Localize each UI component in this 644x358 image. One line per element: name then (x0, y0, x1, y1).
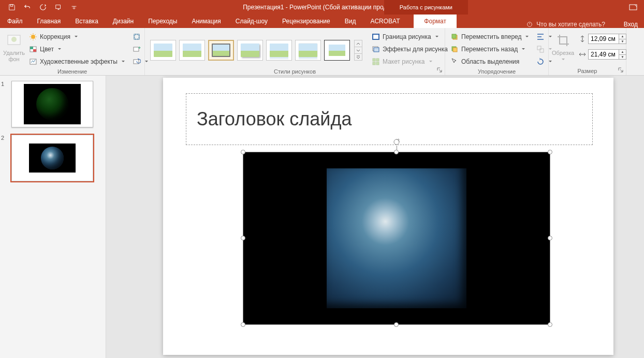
picture-effects-button[interactable]: Эффекты для рисунка (370, 44, 458, 55)
redo-button[interactable] (35, 0, 51, 15)
tab-home[interactable]: Главная (30, 15, 68, 28)
selection-pane-button[interactable]: Область выделения (448, 56, 531, 67)
gallery-scroll-down[interactable] (355, 47, 362, 54)
caret-icon (525, 33, 529, 40)
style-item-4[interactable] (237, 40, 263, 61)
remove-background-button[interactable]: Удалить фон (3, 30, 25, 67)
svg-rect-16 (374, 48, 379, 52)
tab-review[interactable]: Рецензирование (275, 15, 338, 28)
picture-border-button[interactable]: Граница рисунка (370, 31, 458, 42)
picture-styles-gallery[interactable] (148, 30, 364, 67)
group-arrange: Переместить вперед Переместить назад Обл… (445, 28, 549, 75)
resize-handle-tr[interactable] (548, 150, 552, 154)
bring-forward-button[interactable]: Переместить вперед (448, 31, 531, 42)
resize-handle-br[interactable] (548, 322, 552, 327)
resize-handle-bl[interactable] (241, 322, 245, 327)
slide-thumb-2[interactable]: 2 (6, 135, 99, 181)
width-spin-down[interactable]: ▼ (619, 55, 626, 60)
send-backward-button[interactable]: Переместить назад (448, 44, 531, 55)
color-label: Цвет (40, 46, 54, 53)
tab-slideshow[interactable]: Слайд-шоу (228, 15, 275, 28)
color-icon (29, 45, 37, 53)
height-spin-up[interactable]: ▲ (619, 34, 626, 39)
picture-effects-icon (372, 45, 380, 53)
style-item-6[interactable] (295, 40, 321, 61)
height-input[interactable] (588, 34, 619, 44)
picture-border-label: Граница рисунка (383, 33, 431, 40)
ribbon-display-options-button[interactable] (626, 1, 640, 14)
tab-view[interactable]: Вид (338, 15, 363, 28)
svg-rect-0 (10, 5, 12, 7)
bring-forward-label: Переместить вперед (461, 33, 521, 40)
size-dialog-launcher[interactable] (618, 67, 624, 73)
gallery-scroll-up[interactable] (355, 40, 362, 47)
svg-rect-22 (452, 34, 456, 38)
width-icon (578, 50, 587, 59)
gallery-expand[interactable] (355, 54, 362, 60)
start-from-beginning-button[interactable] (51, 0, 66, 15)
tab-animations[interactable]: Анимация (184, 15, 228, 28)
tab-acrobat[interactable]: ACROBAT (363, 15, 407, 28)
slide-canvas-area[interactable]: Заголовок слайда (106, 76, 644, 358)
style-item-1[interactable] (150, 40, 176, 61)
contextual-tab-header: Работа с рисунками (384, 0, 468, 15)
title-placeholder[interactable]: Заголовок слайда (186, 93, 593, 145)
caret-icon (74, 33, 78, 40)
undo-button[interactable] (20, 0, 35, 15)
slide-thumb-1[interactable]: 1 (6, 81, 99, 127)
resize-handle-tl[interactable] (241, 150, 245, 154)
svg-rect-12 (134, 47, 139, 51)
picture-effects-label: Эффекты для рисунка (383, 46, 448, 53)
tab-file[interactable]: Файл (0, 15, 30, 28)
style-item-2[interactable] (179, 40, 205, 61)
picture-layout-icon (372, 58, 380, 66)
tab-format[interactable]: Формат (414, 15, 457, 28)
slide-thumbnails-panel: 1 2 (0, 76, 106, 358)
svg-rect-11 (134, 34, 139, 39)
send-backward-label: Переместить назад (461, 46, 518, 53)
resize-handle-bm[interactable] (394, 322, 399, 327)
style-item-5[interactable] (266, 40, 292, 61)
style-item-3[interactable] (208, 40, 234, 61)
height-spin-down[interactable]: ▼ (619, 39, 626, 44)
group-label-arrange: Упорядочение (448, 67, 545, 75)
title-bar: Презентация1 - PowerPoint (Сбой активаци… (0, 0, 644, 15)
tab-transitions[interactable]: Переходы (141, 15, 184, 28)
tab-insert[interactable]: Вставка (68, 15, 106, 28)
corrections-icon (29, 33, 37, 41)
crop-icon (555, 32, 572, 49)
style-item-7[interactable] (324, 40, 350, 61)
compress-icon (133, 33, 141, 41)
tab-design[interactable]: Дизайн (106, 15, 141, 28)
color-button[interactable]: Цвет (27, 44, 127, 55)
picture-border-icon (372, 33, 380, 41)
resize-handle-mr[interactable] (548, 236, 552, 240)
selection-pane-icon (450, 58, 459, 66)
selected-picture[interactable] (243, 152, 550, 324)
tell-me-search[interactable]: Что вы хотите сделать? (526, 21, 605, 28)
height-icon (578, 35, 587, 43)
crop-button[interactable]: Обрезка (552, 30, 574, 67)
picture-layout-label: Макет рисунка (383, 58, 425, 65)
resize-handle-tm[interactable] (394, 150, 399, 154)
save-button[interactable] (4, 0, 20, 15)
width-input[interactable] (588, 49, 619, 60)
caret-icon (57, 46, 62, 53)
crop-label: Обрезка (552, 50, 574, 56)
send-backward-icon (450, 45, 459, 53)
corrections-button[interactable]: Коррекция (27, 31, 127, 42)
align-icon (536, 33, 545, 41)
width-spin-up[interactable]: ▲ (619, 50, 626, 55)
svg-rect-25 (537, 46, 541, 50)
resize-handle-ml[interactable] (241, 236, 245, 240)
artistic-effects-button[interactable]: Художественные эффекты (27, 56, 127, 67)
rotation-handle[interactable] (392, 138, 401, 146)
qat-customize-button[interactable] (66, 0, 82, 15)
sign-in-link[interactable]: Вход (624, 21, 638, 28)
ribbon: Удалить фон Коррекция Цвет Художественны… (0, 28, 644, 76)
group-label-size: Размер (552, 67, 623, 74)
group-adjust: Удалить фон Коррекция Цвет Художественны… (0, 28, 145, 75)
picture-layout-button[interactable]: Макет рисунка (370, 56, 458, 67)
slide-number: 2 (1, 135, 4, 141)
styles-dialog-launcher[interactable] (436, 67, 443, 73)
